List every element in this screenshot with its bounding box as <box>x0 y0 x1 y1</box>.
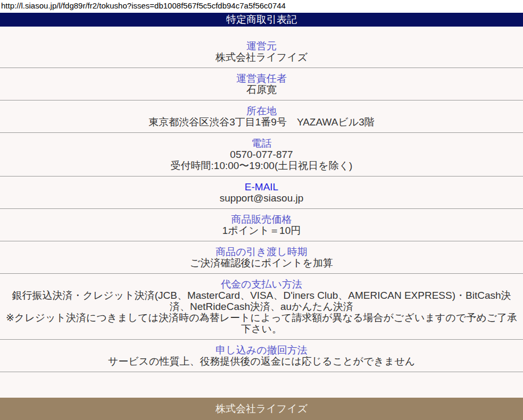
row-label: 運営責任者 <box>4 73 519 84</box>
info-row-address: 所在地 東京都渋谷区渋谷3丁目1番9号 YAZAWAビル3階 <box>0 100 523 133</box>
footer: 株式会社ライフイズ <box>0 398 523 420</box>
info-row-withdrawal: 申し込みの撤回方法 サービスの性質上、役務提供後の返金には応じることができません <box>0 340 523 372</box>
row-lines: 0570-077-877受付時間:10:00〜19:00(土日祝日を除く) <box>4 149 519 171</box>
page: http://l.siasou.jp/l/fdg89r/fr2/tokusho?… <box>0 0 523 420</box>
page-url: http://l.siasou.jp/l/fdg89r/fr2/tokusho?… <box>1 1 286 10</box>
info-row-price: 商品販売価格 1ポイント＝10円 <box>0 209 523 241</box>
row-value-line: support@siasou.jp <box>4 192 519 204</box>
row-lines: 株式会社ライフイズ <box>4 52 519 63</box>
row-value-line: サービスの性質上、役務提供後の返金には応じることができません <box>4 356 519 367</box>
row-lines: 銀行振込決済・クレジット決済(JCB、MasterCard、VISA、D'ine… <box>4 290 519 334</box>
row-lines: ご決済確認後にポイントを加算 <box>4 257 519 268</box>
row-value-line: 1ポイント＝10円 <box>4 225 519 236</box>
row-label: E-MAIL <box>4 181 519 192</box>
url-text: http://l.siasou.jp/l/fdg89r/fr2/tokusho?… <box>0 0 523 13</box>
info-row-delivery: 商品の引き渡し時期 ご決済確認後にポイントを加算 <box>0 241 523 274</box>
row-lines: 東京都渋谷区渋谷3丁目1番9号 YAZAWAビル3階 <box>4 116 519 128</box>
info-row-payment: 代金の支払い方法 銀行振込決済・クレジット決済(JCB、MasterCard、V… <box>0 274 523 340</box>
row-lines: サービスの性質上、役務提供後の返金には応じることができません <box>4 356 519 367</box>
row-value-line: 0570-077-877 <box>4 149 519 160</box>
page-title-bar: 特定商取引表記 <box>0 13 523 27</box>
row-label: 商品の引き渡し時期 <box>4 246 519 257</box>
row-value-line: 受付時間:10:00〜19:00(土日祝日を除く) <box>4 160 519 171</box>
spacer <box>0 372 523 398</box>
info-row-phone: 電話 0570-077-877受付時間:10:00〜19:00(土日祝日を除く) <box>0 133 523 177</box>
row-label: 電話 <box>4 138 519 149</box>
page-title: 特定商取引表記 <box>226 14 297 25</box>
info-row-manager: 運営責任者 石原寛 <box>0 68 523 100</box>
row-value-line: 東京都渋谷区渋谷3丁目1番9号 YAZAWAビル3階 <box>4 116 519 128</box>
footer-company-name: 株式会社ライフイズ <box>215 403 308 414</box>
row-label: 申し込みの撤回方法 <box>4 345 519 356</box>
row-label: 代金の支払い方法 <box>4 279 519 290</box>
row-lines: 石原寛 <box>4 84 519 95</box>
row-label: 商品販売価格 <box>4 214 519 225</box>
row-lines: 1ポイント＝10円 <box>4 225 519 236</box>
row-value-line: 銀行振込決済・クレジット決済(JCB、MasterCard、VISA、D'ine… <box>4 290 519 312</box>
row-lines: support@siasou.jp <box>4 192 519 204</box>
row-value-line: 株式会社ライフイズ <box>4 52 519 63</box>
info-table: 運営元 株式会社ライフイズ 運営責任者 石原寛 所在地 東京都渋谷区渋谷3丁目1… <box>0 27 523 372</box>
info-row-email: E-MAIL support@siasou.jp <box>0 177 523 209</box>
row-value-line: 石原寛 <box>4 84 519 95</box>
info-row-operator: 運営元 株式会社ライフイズ <box>0 27 523 68</box>
row-label: 所在地 <box>4 105 519 116</box>
row-value-line: ご決済確認後にポイントを加算 <box>4 257 519 268</box>
row-label: 運営元 <box>4 40 519 52</box>
row-value-line: ※クレジット決済につきましては決済時の為替レートによって請求額が異なる場合がござ… <box>4 312 519 334</box>
